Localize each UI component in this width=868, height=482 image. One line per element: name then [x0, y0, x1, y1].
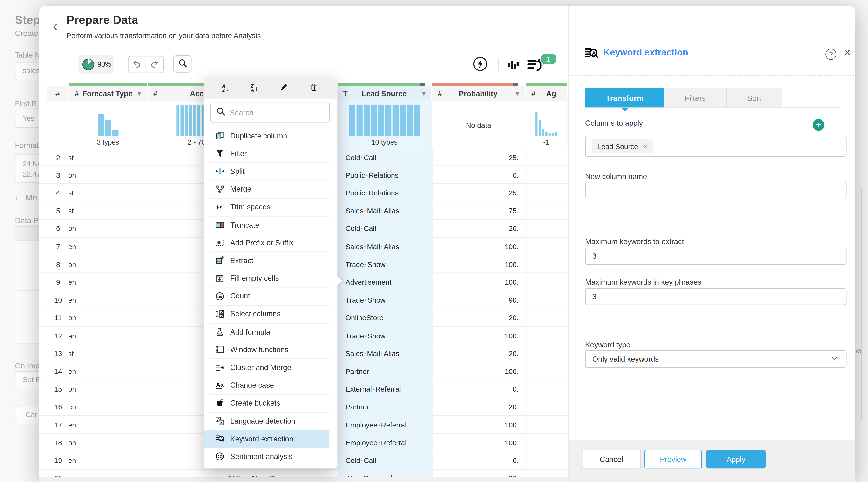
- column-header-lead_source[interactable]: TLead Source▼: [338, 86, 433, 101]
- table-hscrollbar[interactable]: [39, 477, 568, 482]
- keyword-type-select[interactable]: Only valid keywords: [585, 350, 846, 368]
- bg-data-preview-label: Data P: [15, 216, 38, 225]
- row-number: 10: [47, 291, 69, 309]
- column-header-probability[interactable]: #Probability▼: [432, 86, 526, 101]
- select-columns-icon: [215, 309, 224, 319]
- column-menu-arrow-icon[interactable]: ▼: [514, 90, 520, 97]
- cell-lead-source: Employee·Referral: [338, 416, 433, 434]
- histogram-age[interactable]: [526, 112, 567, 136]
- menu-item-fill-empty-cells[interactable]: Fill empty cells: [204, 269, 337, 287]
- menu-search-box[interactable]: [210, 102, 330, 123]
- cell-probability: 20.: [432, 220, 526, 238]
- sort-ascending-button[interactable]: AZ↓: [222, 84, 229, 93]
- bg-more-toggle[interactable]: ›Mo: [15, 193, 37, 202]
- row-number: 7: [47, 238, 69, 255]
- data-quality-indicator[interactable]: 90%: [78, 55, 114, 73]
- max-key-phrases-input[interactable]: 3: [585, 288, 846, 305]
- menu-item-cluster-and-merge[interactable]: Cluster and Merge: [204, 359, 337, 376]
- row-number-header: #: [47, 86, 69, 101]
- create-buckets-icon: [215, 398, 224, 408]
- cell-probability: 100.: [432, 434, 526, 452]
- cell-age: [526, 148, 568, 166]
- space-marker-dot: ·: [361, 456, 363, 464]
- tabs-underline: [585, 107, 840, 108]
- menu-item-add-formula[interactable]: Add formula: [204, 323, 337, 341]
- column-stats-button[interactable]: [507, 59, 520, 72]
- bg-step-subtitle: Create: [15, 29, 38, 38]
- back-icon[interactable]: ‹: [49, 17, 61, 35]
- edit-column-button[interactable]: [279, 83, 288, 94]
- menu-item-duplicate-column[interactable]: Duplicate column: [204, 127, 337, 145]
- column-menu-arrow-icon[interactable]: ▼: [136, 90, 142, 97]
- menu-item-merge[interactable]: Merge: [204, 180, 337, 198]
- row-number: 15: [47, 380, 69, 398]
- panel-help-icon[interactable]: ?: [825, 49, 836, 60]
- menu-item-window-functions[interactable]: Window functions: [204, 341, 337, 359]
- menu-item-change-case[interactable]: AaChange case: [204, 376, 337, 394]
- bg-on-import-select[interactable]: Set Er: [15, 371, 39, 389]
- menu-item-filter[interactable]: Filter: [204, 145, 337, 162]
- menu-item-keyword-extraction[interactable]: AKeyword extraction: [204, 430, 329, 448]
- applied-steps-button[interactable]: [527, 58, 541, 73]
- row-number: 8: [47, 255, 69, 273]
- menu-item-add-prefix-or-suffix[interactable]: Add Prefix or Suffix: [204, 234, 337, 251]
- menu-item-create-buckets[interactable]: Create buckets: [204, 394, 337, 412]
- redo-button[interactable]: [146, 56, 163, 72]
- cell-lead-source: Public·Relations: [338, 166, 433, 184]
- menu-icon-bar: AZ↓ ZA↓: [204, 78, 337, 98]
- histogram-lead_source[interactable]: [338, 105, 431, 136]
- bg-cancel-button[interactable]: Car: [15, 406, 39, 424]
- bg-format-box[interactable]: 24 Nc22:47: [15, 154, 39, 183]
- column-header-age[interactable]: #Ag: [526, 86, 568, 101]
- histogram-cell-forecast: 3 types: [69, 101, 147, 148]
- menu-item-split[interactable]: Split: [204, 162, 337, 180]
- column-header-forecast[interactable]: #Forecast Type▼: [69, 86, 148, 101]
- preview-button[interactable]: Preview: [644, 450, 702, 469]
- panel-title: Keyword extraction: [603, 47, 688, 58]
- bg-table-name-input[interactable]: sales c: [15, 62, 39, 80]
- cell-age: [526, 452, 568, 470]
- sort-descending-button[interactable]: ZA↓: [251, 84, 258, 93]
- menu-item-select-columns[interactable]: Select columns: [204, 305, 337, 323]
- tab-transform[interactable]: Transform: [585, 88, 664, 107]
- trim-spaces-icon: ✂: [215, 202, 224, 212]
- change-case-icon: Aa: [215, 381, 224, 390]
- row-number: 13: [47, 344, 69, 362]
- remove-chip-icon[interactable]: ×: [643, 142, 648, 151]
- cancel-button[interactable]: Cancel: [582, 450, 641, 469]
- menu-item-language-detection[interactable]: AaLanguage detection: [204, 412, 337, 430]
- tab-filters[interactable]: Filters: [664, 88, 727, 107]
- menu-item-extract[interactable]: Extract: [204, 251, 337, 269]
- lead-source-chip[interactable]: Lead Source ×: [592, 139, 653, 153]
- tab-sort[interactable]: Sort: [727, 88, 782, 107]
- histogram-forecast[interactable]: [69, 114, 147, 136]
- cell-forecast: en: [69, 273, 148, 291]
- column-menu-arrow-icon[interactable]: ▼: [421, 90, 427, 97]
- cell-age: [526, 184, 568, 202]
- delete-column-button[interactable]: [309, 83, 318, 94]
- cell-forecast: on: [69, 434, 148, 452]
- table-search-button[interactable]: [173, 56, 192, 72]
- menu-item-trim-spaces[interactable]: ✂Trim spaces: [204, 198, 337, 216]
- new-column-name-input[interactable]: [585, 182, 846, 198]
- bar-chart-icon: [507, 59, 520, 72]
- cell-age: [526, 202, 568, 220]
- panel-divider: [568, 75, 855, 76]
- panel-close-icon[interactable]: ×: [844, 47, 851, 58]
- row-number: 19: [47, 452, 69, 470]
- sentiment-analysis-icon: [215, 452, 224, 461]
- row-number: 4: [47, 184, 69, 202]
- menu-item-truncate[interactable]: Truncate: [204, 216, 337, 234]
- max-keywords-input[interactable]: 3: [585, 247, 846, 265]
- cell-lead-source: Trade·Show: [338, 291, 433, 309]
- keyword-extraction-panel: A Keyword extraction ? × TransformFilter…: [568, 6, 856, 482]
- auto-transform-button[interactable]: [473, 56, 488, 73]
- menu-search-input[interactable]: [230, 108, 313, 117]
- bg-first-row-select[interactable]: Yes: [15, 110, 39, 128]
- apply-button[interactable]: Apply: [707, 450, 766, 469]
- columns-to-apply-field[interactable]: Lead Source ×: [585, 135, 846, 156]
- undo-button[interactable]: [128, 56, 146, 72]
- add-column-button[interactable]: +: [812, 119, 824, 131]
- menu-item-count[interactable]: Count: [204, 287, 337, 305]
- menu-item-sentiment-analysis[interactable]: Sentiment analysis: [204, 448, 337, 465]
